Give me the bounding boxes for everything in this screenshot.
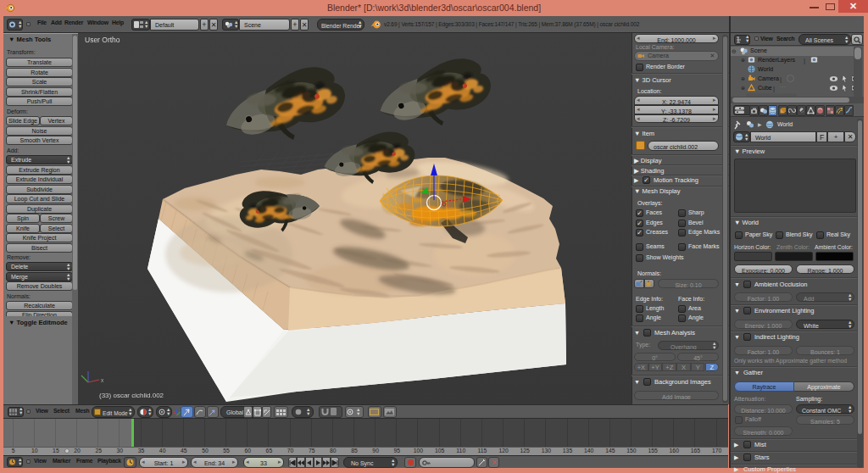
svg-text:(33) oscar cichlid.002: (33) oscar cichlid.002 <box>99 392 164 399</box>
svg-text:User Ortho: User Ortho <box>85 36 120 44</box>
